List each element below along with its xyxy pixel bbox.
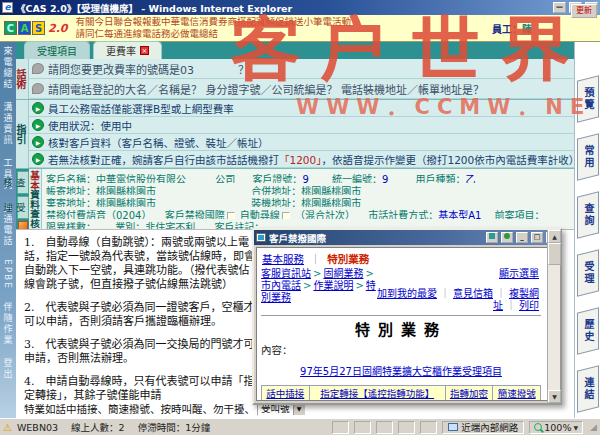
popup-minimize-button[interactable]: _ bbox=[516, 232, 528, 243]
popup-heading: 特別業務 bbox=[261, 318, 541, 339]
nav-item-epbe[interactable]: EPBE bbox=[3, 259, 13, 290]
scroll-down-icon[interactable]: ▼ bbox=[548, 390, 561, 403]
block-intl-label: 客戶禁撥國際 bbox=[165, 210, 225, 219]
doc-item-1: 1. 自動尋線（自動跳號）：兩號或兩號以上電話，指定一號設為代表號，當該號佔線時… bbox=[24, 236, 256, 292]
mixed-count-label: （混合計次） bbox=[295, 210, 355, 219]
guide-text: 員工公務電話僅能選擇B型或上網型費率 bbox=[48, 101, 234, 116]
block-premium-label: 禁撥付費語音（0204） bbox=[46, 210, 151, 219]
popup-breadcrumb: 客服資訊站>固網業務>市內電話>作業說明>特別業務 bbox=[261, 268, 377, 304]
tab-accept[interactable]: 受理 bbox=[577, 249, 599, 296]
notice-link[interactable]: 97年5月27日固網特業擴大空櫃作業受理項目 bbox=[300, 366, 502, 377]
rate-plan-link[interactable]: 基本型A1 bbox=[438, 210, 481, 219]
network-label: 近端內部網路 bbox=[461, 420, 518, 434]
tab-history-label: 歷史 bbox=[581, 319, 596, 343]
tab-history[interactable]: 歷史 bbox=[577, 307, 599, 354]
scroll-up-icon[interactable]: ▲ bbox=[548, 230, 561, 243]
resize-grip-icon[interactable]: ◢ bbox=[590, 422, 597, 432]
popup-window-icon bbox=[256, 233, 266, 242]
print-link[interactable]: 列印 bbox=[519, 300, 539, 311]
guide-row[interactable]: ▶若無法核對正確，婉請客戶自行由該市話話機撥打「1200」，依語音提示作變更（撥… bbox=[29, 151, 579, 168]
svc-call-waiting[interactable]: 話中插接 bbox=[266, 388, 304, 399]
tab-change-rate[interactable]: 更費率 × bbox=[93, 41, 162, 59]
breadcrumb-instructions[interactable]: 作業說明 bbox=[313, 280, 353, 291]
refresh-button[interactable]: 更新 bbox=[571, 4, 597, 18]
tab-common[interactable]: 常用 bbox=[577, 133, 599, 180]
window-title: 《CAS 2.0》【受理值機席】 - Windows Internet Expl… bbox=[16, 1, 550, 15]
tab-query[interactable]: 查詢 bbox=[577, 191, 599, 238]
breadcrumb-home[interactable]: 客服資訊站 bbox=[261, 268, 311, 279]
label-data-check: 資料查核 bbox=[29, 190, 40, 228]
doc-item-4: 4. 申請自動尋線時，只有代表號可以申請「指定轉接」，其餘子號僅能申請 bbox=[24, 375, 256, 403]
user-kind-value: 乙 bbox=[466, 174, 476, 183]
guide-text-1200: 「1200」 bbox=[279, 154, 321, 166]
customer-line3: 棄寄地址：桃園縣桃園市 裝機地址：桃園縣桃園市 bbox=[46, 195, 570, 207]
feedback-link[interactable]: 意見信箱 bbox=[453, 288, 493, 299]
tab-accept-items[interactable]: 受理項目 bbox=[24, 41, 90, 59]
zoom-control[interactable]: 100% ▼ bbox=[529, 421, 583, 434]
minimize-button[interactable]: — bbox=[553, 2, 566, 13]
guide-row[interactable]: ▶使用狀況：使用中 bbox=[29, 117, 579, 134]
script-text: 請問您要更改費率的號碼是03 ？ bbox=[48, 61, 249, 77]
scroll-thumb[interactable] bbox=[548, 243, 561, 265]
svc-call-forwarding[interactable]: 指定轉接【遙控指轉功能】 bbox=[320, 388, 434, 399]
guide-row[interactable]: ▶核對客戶資料（客戶名稱、證號、裝址／帳址） bbox=[29, 134, 579, 151]
discard-address: 棄寄地址：桃園縣桃園市 bbox=[46, 198, 156, 207]
employee-name: 陳 bbox=[522, 24, 532, 35]
tab-query-label: 查詢 bbox=[581, 203, 596, 227]
tab-preview[interactable]: 預覽 bbox=[577, 75, 599, 122]
guide-row[interactable]: ▶員工公務電話僅能選擇B型或上網型費率 bbox=[29, 100, 579, 117]
breadcrumb-fixed-net[interactable]: 固網業務 bbox=[323, 268, 363, 279]
customer-name: 客戶名稱：中華電信股份有限公 bbox=[46, 174, 186, 183]
status-cell bbox=[398, 421, 415, 434]
add-favorite-link[interactable]: 加到我的最愛 bbox=[377, 288, 437, 299]
content-label: 內容： bbox=[261, 342, 541, 357]
guide-text-pre: 若無法核對正確，婉請客戶自行由該市話話機撥打 bbox=[48, 154, 279, 166]
rate-plan-label: 市話計費方式： bbox=[368, 210, 438, 219]
tab-links-label: 連結 bbox=[581, 377, 596, 401]
zoom-caret-icon[interactable]: ▼ bbox=[573, 424, 578, 431]
breadcrumb-local-phone[interactable]: 市內電話 bbox=[261, 280, 301, 291]
guide-text: 使用狀況：使用中 bbox=[48, 118, 132, 133]
tab-bar: 受理項目 更費率 × bbox=[16, 42, 574, 59]
svc-forward-pin[interactable]: 指轉加密 bbox=[450, 388, 488, 399]
guide-text-post: ，依語音提示作變更（撥打1200依市內電話費率計收） bbox=[321, 154, 579, 166]
tab-close-icon[interactable]: × bbox=[140, 46, 149, 55]
popup-tab-basic[interactable]: 基本服務 bbox=[262, 253, 304, 265]
popup-tab-separator: ｜ bbox=[310, 253, 321, 265]
show-menu-link[interactable]: 顯示選單 bbox=[499, 268, 539, 279]
magnifier-icon bbox=[534, 423, 542, 431]
block-intl-checkbox[interactable] bbox=[227, 212, 235, 219]
label-basic: 基本 bbox=[29, 171, 40, 190]
status-bar: ⚠ WEBN03 線上人數：2 停滯時間：1分鐘 近端內部網路 100% ▼ ◢ bbox=[0, 418, 600, 435]
online-count: 線上人數：2 bbox=[71, 420, 125, 434]
guide-block: 指引 ▶員工公務電話僅能選擇B型或上網型費率 ▶使用狀況：使用中 ▶核對客戶資料… bbox=[16, 100, 574, 169]
cert-no-label: 客戶證號： bbox=[252, 174, 302, 183]
tab-links[interactable]: 連結 bbox=[577, 365, 599, 412]
nav-item-accompany[interactable]: 伴隨作業 bbox=[2, 302, 15, 346]
table-cell: 指定轉接【遙控指轉功能】 bbox=[309, 386, 445, 402]
left-nav: 來電總結 溝通資訊 工具列 直通電話 EPBE 伴隨作業 登出 bbox=[0, 42, 16, 418]
popup-extra-button-2[interactable] bbox=[501, 232, 513, 243]
unified-no-label: 統一編號： bbox=[332, 174, 382, 183]
guide-text: 若無法核對正確，婉請客戶自行由該市話話機撥打「1200」，依語音提示作變更（撥打… bbox=[48, 152, 579, 167]
customer-line2: 帳寄地址：桃園縣桃園市 合併地址：桃園縣桃園市 bbox=[46, 183, 570, 195]
logo-letter-c: C bbox=[4, 21, 17, 35]
ie-logo-icon: e bbox=[2, 2, 13, 13]
popup-maximize-button[interactable]: □ bbox=[531, 232, 543, 243]
billing-address: 帳寄地址：桃園縣桃園市 bbox=[46, 186, 156, 195]
green-arrow-icon: ▶ bbox=[32, 119, 44, 131]
script-row[interactable]: 請問電話登記的大名／名稱是？ 身分證字號／公司統編是？ 電話裝機地址／帳單地址是… bbox=[29, 79, 574, 99]
auto-hunt-checkbox[interactable] bbox=[282, 212, 290, 219]
script-row[interactable]: 請問您要更改費率的號碼是03 ？ bbox=[29, 59, 574, 79]
green-arrow-icon: ▶ bbox=[32, 102, 44, 114]
tab-accept-label: 受理 bbox=[581, 261, 596, 285]
svc-speed-dial[interactable]: 簡速撥號 bbox=[498, 388, 536, 399]
banner-marquee: 有關今日聯合報報載中華電信消費券商搭配寬頻促銷送小筆電活動 請同仁每通進線電話務… bbox=[76, 16, 352, 40]
nav-item-logout[interactable]: 登出 bbox=[2, 358, 15, 380]
popup-title-bar[interactable]: 客戶禁撥國際 _ □ × bbox=[254, 230, 560, 245]
popup-scrollbar[interactable]: ▲ ▼ bbox=[547, 230, 560, 403]
table-cell: 話中插接 bbox=[262, 386, 310, 402]
popup-tab-special[interactable]: 特別業務 bbox=[327, 253, 369, 265]
banner-line2: 請同仁每通進線電話務必做電總結 bbox=[76, 28, 352, 40]
popup-extra-button-1[interactable] bbox=[486, 232, 498, 243]
